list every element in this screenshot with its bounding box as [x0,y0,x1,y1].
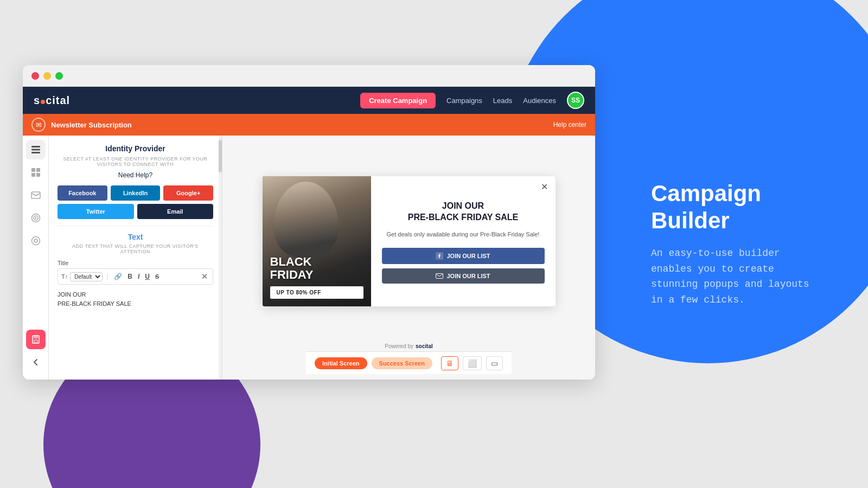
toolbar-underline-btn[interactable]: U [143,272,151,281]
woman-silhouette [273,182,339,258]
sidebar-icon-save[interactable] [26,330,46,349]
preview-area: ✕ BLACK FRIDAY UP TO 80% OFF [222,136,595,380]
popup-bf-text-container: BLACK FRIDAY [270,255,363,281]
svg-rect-2 [31,152,40,153]
svg-point-11 [31,237,40,245]
svg-rect-1 [31,149,40,151]
scroll-track [219,136,222,380]
campaign-builder-title: Campaign Builder [651,180,825,235]
powered-by-label: Powered by [385,343,413,349]
toolbar-dots: ⋮ [105,274,110,280]
svg-rect-5 [31,173,35,177]
btn-email[interactable]: Email [137,204,214,219]
identity-provider-title: Identity Provider [58,144,213,153]
help-center-link[interactable]: Help center [553,121,586,129]
popup-image-bg: BLACK FRIDAY UP TO 80% OFF [263,176,371,306]
device-desktop-btn[interactable]: 🖥 [441,356,458,370]
identity-provider-subtitle: SELECT AT LEAST ONE IDENTITY PROVIDER FO… [58,156,213,167]
powered-brand: socital [416,343,433,349]
dot-yellow[interactable] [43,72,51,80]
btn-twitter[interactable]: Twitter [58,204,134,219]
email-icon [436,273,443,279]
nav-avatar[interactable]: SS [567,92,584,109]
mail-icon: ✉ [31,118,46,132]
btn-linkedin[interactable]: LinkedIn [111,185,161,201]
sidebar-icon-grid[interactable] [26,163,46,182]
left-panel: Identity Provider SELECT AT LEAST ONE ID… [49,136,222,380]
toolbar-type-icon: T↑ [61,273,68,280]
toolbar-italic-btn[interactable]: I [136,272,141,281]
dot-green[interactable] [55,72,63,80]
toolbar-bold-btn[interactable]: B [126,272,134,281]
popup-content-side: JOIN OUR PRE-BLACK FRIDAY SALE Get deals… [371,176,556,306]
app-navbar: scital Create Campaign Campaigns Leads A… [23,87,595,114]
toolbar-font-select[interactable]: Default [70,272,103,281]
sidebar-icon-list[interactable] [26,140,46,159]
scroll-thumb[interactable] [219,140,222,172]
main-content: Identity Provider SELECT AT LEAST ONE ID… [23,136,595,380]
toolbar-clear-btn[interactable]: ✕ [200,271,209,282]
toolbar-strikethrough-btn[interactable]: S [154,272,161,281]
sidebar-icon-back[interactable] [26,352,46,372]
nav-link-campaigns[interactable]: Campaigns [446,97,482,105]
create-campaign-button[interactable]: Create Campaign [360,93,436,108]
sidebar-icon-settings[interactable] [26,231,46,251]
popup-image-side: BLACK FRIDAY UP TO 80% OFF [263,176,371,306]
panel-divider [58,226,213,226]
browser-window: scital Create Campaign Campaigns Leads A… [23,65,595,380]
svg-point-10 [35,217,36,219]
popup-close-button[interactable]: ✕ [538,181,551,194]
svg-rect-0 [31,146,40,147]
facebook-icon [436,252,443,260]
popup-join-title: JOIN OUR PRE-BLACK FRIDAY SALE [408,201,519,223]
popup-description: Get deals only available during our Pre-… [387,230,540,239]
initial-screen-tab[interactable]: Initial Screen [315,357,367,369]
btn-google[interactable]: Google+ [163,185,213,201]
sub-header: ✉ Newsletter Subscription Help center [23,114,595,136]
nav-link-audiences[interactable]: Audiences [523,97,556,105]
campaign-builder-desc: An easy-to-use builder enables you to cr… [651,246,825,308]
popup-black-friday-line1: BLACK [270,255,363,268]
powered-by-bar: Powered by socital [376,341,442,351]
browser-chrome [23,65,595,87]
sidebar-icon-target[interactable] [26,208,46,228]
btn-facebook[interactable]: Facebook [58,185,107,201]
text-toolbar: T↑ Default ⋮ 🔗 B I U S ✕ [58,268,213,285]
device-tablet-btn[interactable]: ⬜ [463,356,482,370]
sidebar-icon-bottom-group [26,330,46,375]
identity-buttons-row1: Facebook LinkedIn Google+ [58,185,213,201]
sidebar-icon-mail[interactable] [26,185,46,205]
text-preview[interactable]: JOIN OUR PRE-BLACK FRIDAY SALE [58,288,213,310]
popup-preview-wrapper: ✕ BLACK FRIDAY UP TO 80% OFF [228,141,590,341]
dot-red[interactable] [31,72,39,80]
svg-rect-7 [31,192,40,198]
popup-sale-badge: UP TO 80% OFF [270,286,363,299]
svg-rect-14 [34,336,38,338]
sidebar-icons [23,136,49,380]
popup-btn-email[interactable]: JOIN OUR LIST [382,268,545,284]
identity-buttons-row2: Twitter Email [58,204,213,219]
preview-bottom-toolbar: Initial Screen Success Screen 🖥 ⬜ ▭ [306,351,512,374]
subheader-title: Newsletter Subscription [51,121,548,129]
success-screen-tab[interactable]: Success Screen [372,357,432,369]
popup-black-friday-line2: FRIDAY [270,268,363,281]
popup-buttons: JOIN OUR LIST JOIN OUR LIST [382,248,545,284]
toolbar-link-btn[interactable]: 🔗 [112,272,124,281]
need-help-text: Need Help? [58,171,213,179]
brand-logo: scital [34,94,70,107]
popup-btn-facebook[interactable]: JOIN OUR LIST [382,248,545,264]
svg-rect-15 [34,340,37,343]
right-text-panel: Campaign Builder An easy-to-use builder … [608,0,868,488]
svg-rect-3 [31,168,35,172]
nav-link-leads[interactable]: Leads [493,97,512,105]
device-mobile-btn[interactable]: ▭ [486,356,503,370]
svg-rect-6 [36,173,40,177]
text-section-subtitle: ADD TEXT THAT WILL CAPTURE YOUR VISITOR'… [58,243,213,254]
svg-point-12 [34,239,37,242]
field-label-title: Title [58,260,213,266]
text-section-title: Text [58,233,213,241]
popup-preview: ✕ BLACK FRIDAY UP TO 80% OFF [263,176,556,306]
svg-rect-4 [36,168,40,172]
